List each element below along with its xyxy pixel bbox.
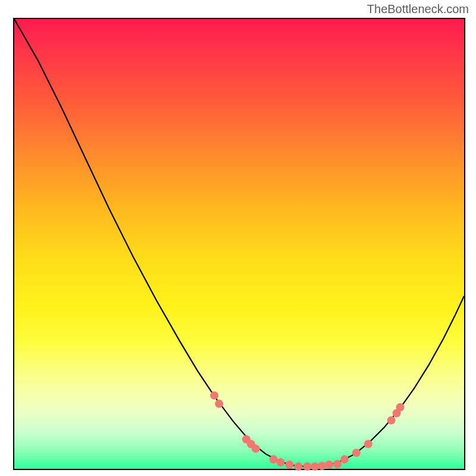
data-dot bbox=[277, 458, 285, 466]
data-dot bbox=[364, 440, 372, 448]
data-dot bbox=[318, 462, 326, 470]
data-dot bbox=[210, 392, 218, 400]
data-dot bbox=[325, 461, 333, 469]
data-dot bbox=[286, 461, 294, 469]
data-dot bbox=[387, 416, 396, 424]
data-dot bbox=[311, 462, 319, 471]
data-dot bbox=[270, 455, 278, 464]
data-dot bbox=[215, 400, 223, 408]
scatter-dots bbox=[210, 392, 404, 471]
bottleneck-curve bbox=[14, 19, 464, 466]
data-dot bbox=[340, 455, 349, 464]
data-dot bbox=[252, 444, 260, 453]
watermark-text: TheBottleneck.com bbox=[367, 2, 469, 16]
plot-area bbox=[13, 18, 465, 470]
data-dot bbox=[333, 460, 342, 468]
data-dot bbox=[295, 462, 303, 471]
chart-svg bbox=[14, 19, 464, 469]
data-dot bbox=[396, 403, 405, 412]
data-dot bbox=[352, 449, 361, 457]
data-dot bbox=[303, 462, 311, 471]
